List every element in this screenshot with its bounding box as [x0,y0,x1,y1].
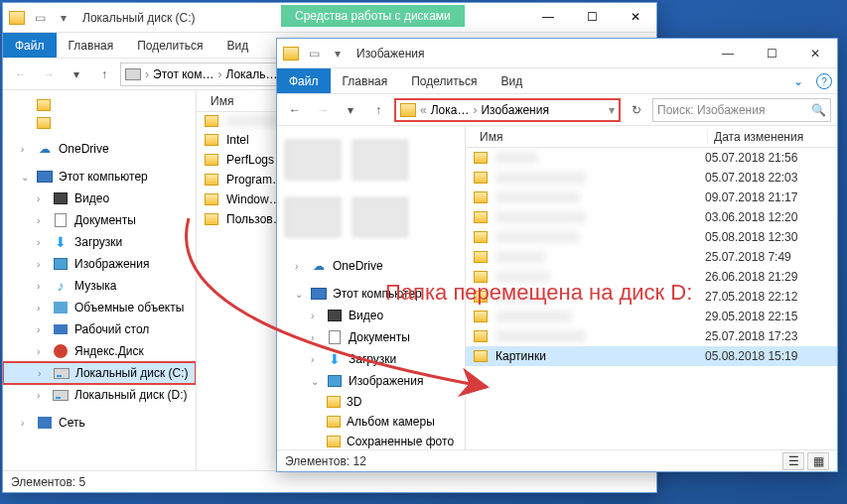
folder-date: 03.06.2018 12:20 [705,210,829,224]
folder-date: 05.08.2018 15:19 [705,349,829,363]
refresh-button[interactable]: ↻ [625,98,648,122]
breadcrumb[interactable]: Лока… [431,103,470,117]
column-headers[interactable]: Имя Дата изменения [466,126,837,148]
sidebar-item-thispc[interactable]: ⌄Этот компьютер [277,283,465,305]
folder-row[interactable]: 25.07.2018 7:49 [466,247,837,267]
column-date[interactable]: Дата изменения [708,130,837,144]
sidebar-item-drive-d[interactable]: ›Локальный диск (D:) [3,384,196,406]
view-icons-button[interactable]: ▦ [807,452,829,470]
sidebar-item-video[interactable]: ›Видео [3,188,196,209]
breadcrumb[interactable]: Изобажения [481,103,548,117]
folder-row[interactable]: 09.07.2018 21:17 [466,188,837,207]
sidebar-blur[interactable] [3,96,196,114]
explorer-window-images: ▭ ▾ Изобажения — ☐ ✕ Файл Главная Подели… [276,38,838,472]
sidebar-item-video[interactable]: ›Видео [277,305,465,326]
quick-access-thumb[interactable] [353,197,412,247]
back-button[interactable]: ← [283,98,307,122]
address-box[interactable]: « Лока… › Изобажения ▾ [394,98,621,122]
sidebar-item-onedrive[interactable]: ›☁OneDrive [277,255,465,277]
folder-row[interactable]: 25.07.2018 17:23 [466,326,837,346]
tab-view[interactable]: Вид [214,33,260,58]
search-input[interactable]: Поиск: Изобажения 🔍 [652,98,831,122]
titlebar[interactable]: ▭ ▾ Изобажения — ☐ ✕ [277,39,837,68]
column-name[interactable]: Имя [474,130,708,144]
sidebar-item-documents[interactable]: ›Документы [277,326,465,348]
maximize-button[interactable]: ☐ [750,39,793,68]
quick-access-thumb[interactable] [353,140,412,189]
sidebar-item-downloads[interactable]: ›⬇Загрузки [3,231,196,253]
sidebar-item-desktop[interactable]: ›Рабочий стол [3,318,196,340]
sidebar-item-pictures[interactable]: ⌄Изображения [277,370,465,392]
window-title: Локальный диск (C:) [82,11,196,25]
tab-view[interactable]: Вид [489,68,534,93]
folder-icon [474,191,488,203]
folder-row[interactable]: 27.05.2018 22:12 [466,287,837,307]
folder-icon [474,152,488,164]
folder-icon [400,103,416,117]
help-button[interactable]: ? [816,73,832,89]
contextual-tab-disk-tools[interactable]: Средства работы с дисками [281,5,465,27]
breadcrumb[interactable]: Локаль… [226,67,278,81]
forward-button[interactable]: → [311,98,335,122]
sidebar-item-downloads[interactable]: ›⬇Загрузки [277,348,465,370]
sidebar-item-onedrive[interactable]: ›☁OneDrive [3,138,196,160]
sidebar-item-3d[interactable]: ›Объемные объекты [3,297,196,318]
ribbon-expand[interactable]: ⌄ [785,68,811,93]
content-pane[interactable]: Имя Дата изменения 05.07.2018 21:5605.07… [466,126,837,449]
folder-row[interactable]: 05.07.2018 22:03 [466,168,837,188]
recent-dropdown[interactable]: ▾ [339,98,362,122]
minimize-button[interactable]: — [526,2,570,32]
folder-row[interactable]: 05.08.2018 12:30 [466,227,837,247]
tab-home[interactable]: Главная [331,68,400,93]
item-count: Элементов: 5 [11,475,85,489]
folder-icon [474,211,488,223]
sidebar-item-network[interactable]: ›Сеть [3,412,196,434]
up-button[interactable]: ↑ [92,63,116,86]
app-icon [283,47,299,61]
folder-row[interactable]: 29.05.2018 22:15 [466,307,837,326]
recent-dropdown[interactable]: ▾ [65,63,88,86]
sidebar-item-saved[interactable]: Сохраненные фото [277,432,465,449]
qat-new[interactable]: ▾ [329,45,347,63]
sidebar-item-album[interactable]: Альбом камеры [277,412,465,432]
sidebar-item-3d[interactable]: 3D [277,392,465,412]
folder-date: 05.08.2018 12:30 [705,230,829,244]
back-button[interactable]: ← [9,63,33,86]
forward-button[interactable]: → [37,63,61,86]
sidebar-item-yandex[interactable]: ›Яндекс.Диск [3,340,196,362]
qat-new[interactable]: ▾ [55,9,72,27]
tab-file[interactable]: Файл [277,68,331,93]
folder-row[interactable]: 26.06.2018 21:29 [466,267,837,287]
window-title: Изобажения [356,47,424,61]
close-button[interactable]: ✕ [614,2,657,32]
minimize-button[interactable]: — [706,39,750,68]
close-button[interactable]: ✕ [793,39,837,68]
sidebar-item-music[interactable]: ›♪Музыка [3,275,196,297]
folder-row[interactable]: 05.07.2018 21:56 [466,148,837,168]
quick-access-thumb[interactable] [285,140,345,189]
sidebar-item-drive-c[interactable]: ›Локальный диск (C:) [3,362,196,384]
tab-share[interactable]: Поделиться [399,68,489,93]
address-bar-row: ← → ▾ ↑ « Лока… › Изобажения ▾ ↻ Поиск: … [277,94,837,126]
tab-file[interactable]: Файл [3,33,57,58]
drive-icon [125,68,141,80]
maximize-button[interactable]: ☐ [570,2,614,32]
sidebar-item-pictures[interactable]: ›Изображения [3,253,196,275]
folder-date: 05.07.2018 22:03 [705,171,829,185]
qat-properties[interactable]: ▭ [305,45,323,63]
status-bar: Элементов: 12 ☰ ▦ [277,449,837,471]
folder-row[interactable]: 03.06.2018 12:20 [466,207,837,227]
sidebar-item-documents[interactable]: ›Документы [3,209,196,231]
tab-share[interactable]: Поделиться [125,33,214,58]
folder-date: 26.06.2018 21:29 [705,270,829,284]
qat-properties[interactable]: ▭ [31,9,49,27]
sidebar-item-thispc[interactable]: ⌄Этот компьютер [3,166,196,188]
folder-date: 27.05.2018 22:12 [705,290,829,304]
sidebar-blur[interactable] [3,114,196,132]
view-details-button[interactable]: ☰ [782,452,804,470]
folder-row-selected[interactable]: Картинки 05.08.2018 15:19 [466,346,837,366]
up-button[interactable]: ↑ [366,98,390,122]
tab-home[interactable]: Главная [57,33,126,58]
quick-access-thumb[interactable] [285,197,345,247]
breadcrumb[interactable]: Этот ком… [153,67,214,81]
